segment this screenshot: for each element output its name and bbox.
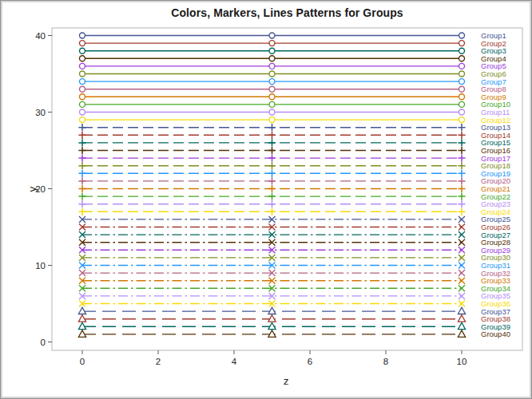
y-tick-label: 10: [35, 261, 46, 271]
marker-circle-icon: [459, 117, 465, 123]
marker-circle-icon: [80, 101, 85, 107]
marker-circle-icon: [459, 33, 465, 38]
marker-circle-icon: [459, 56, 465, 61]
marker-circle-icon: [80, 94, 85, 100]
x-tick-label: 2: [156, 357, 161, 366]
marker-circle-icon: [80, 109, 85, 115]
x-axis-label: z: [284, 375, 289, 387]
chart-canvas: 0246810010203040Group1Group2Group3Group4…: [1, 1, 532, 399]
marker-circle-icon: [459, 86, 465, 92]
marker-circle-icon: [269, 86, 275, 92]
marker-circle-icon: [459, 101, 465, 107]
marker-circle-icon: [269, 79, 275, 85]
marker-circle-icon: [459, 79, 465, 85]
marker-circle-icon: [269, 109, 275, 115]
marker-circle-icon: [269, 33, 275, 38]
marker-circle-icon: [269, 117, 275, 123]
chart-figure: Colors, Markers, Lines Patterns for Grou…: [0, 0, 532, 399]
marker-circle-icon: [80, 117, 85, 123]
marker-circle-icon: [269, 48, 275, 53]
marker-circle-icon: [269, 71, 275, 77]
marker-circle-icon: [80, 33, 85, 38]
marker-circle-icon: [80, 56, 85, 61]
y-tick-label: 30: [35, 108, 46, 117]
marker-circle-icon: [269, 94, 275, 100]
marker-circle-icon: [80, 63, 85, 69]
marker-circle-icon: [459, 48, 465, 53]
x-tick-label: 4: [232, 357, 237, 366]
marker-circle-icon: [459, 94, 465, 100]
y-axis-label: y: [26, 186, 38, 192]
marker-circle-icon: [269, 41, 275, 46]
x-tick-label: 10: [457, 357, 467, 366]
marker-circle-icon: [80, 41, 85, 46]
marker-circle-icon: [269, 101, 275, 107]
curve-label: Group40: [481, 330, 510, 338]
marker-circle-icon: [80, 79, 85, 85]
marker-circle-icon: [459, 41, 465, 46]
y-tick-label: 0: [41, 338, 46, 347]
marker-circle-icon: [80, 86, 85, 92]
marker-circle-icon: [80, 71, 85, 77]
marker-circle-icon: [269, 56, 275, 61]
marker-circle-icon: [459, 109, 465, 115]
marker-circle-icon: [459, 71, 465, 77]
x-tick-label: 8: [383, 357, 388, 366]
x-tick-label: 0: [80, 357, 85, 366]
x-tick-label: 6: [308, 357, 312, 366]
marker-circle-icon: [459, 63, 465, 69]
y-tick-label: 40: [35, 31, 46, 41]
marker-circle-icon: [80, 48, 85, 53]
marker-circle-icon: [269, 63, 275, 69]
